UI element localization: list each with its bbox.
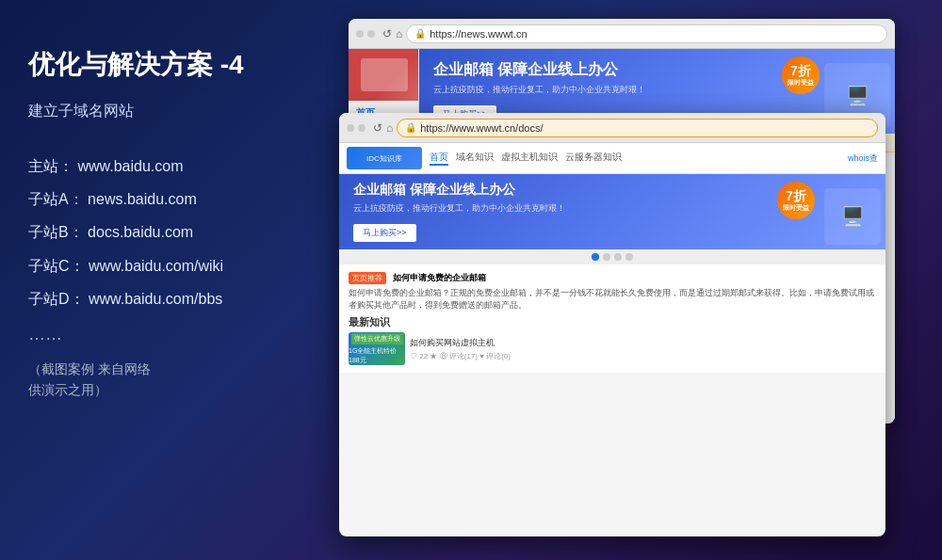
circle-2 (367, 30, 375, 38)
latest-stats: ♡ 22 ★ ⑧ 评论(17) ♥ 评论(0) (410, 351, 511, 361)
latest-article-title: 如何购买网站虚拟主机 (410, 337, 511, 349)
refresh-icon-2[interactable]: ↺ (373, 121, 382, 135)
second-content: IDC知识库 首页 域名知识 虚拟主机知识 云服务器知识 whois查 企业邮箱… (339, 143, 885, 536)
nav-domain[interactable]: 域名知识 (456, 151, 494, 166)
recommend-title: 如何申请免费的企业邮箱 (393, 273, 486, 282)
banner-discount-1: 7折 限时受益 (782, 56, 820, 94)
home-icon-2[interactable]: ⌂ (386, 121, 393, 135)
second-header: IDC知识库 首页 域名知识 虚拟主机知识 云服务器知识 whois查 (339, 143, 885, 174)
ellipsis: …… (28, 325, 330, 344)
logo-placeholder (361, 58, 408, 91)
dot-1 (592, 253, 599, 261)
right-panel: ↺ ⌂ 🔒 https://news.wwwt.cn 首页 互联网+ 云计算 域… (339, 19, 923, 541)
second-banner: 企业邮箱 保障企业线上办公 云上抗疫防疫，推动行业复工，助力中小企业共克时艰！ … (339, 174, 885, 249)
home-icon[interactable]: ⌂ (396, 27, 402, 40)
note: （截图案例 来自网络 供演示之用） (28, 359, 330, 401)
latest-title: 最新知识 (349, 315, 876, 329)
bottom-info: 页页推荐 如何申请免费的企业邮箱 如何申请免费的企业邮箱？正规的免费企业邮箱，并… (339, 264, 885, 373)
circle-4 (358, 124, 365, 132)
second-main: 企业邮箱 保障企业线上办公 云上抗疫防疫，推动行业复工，助力中小企业共克时艰！ … (339, 174, 885, 536)
latest-item: 弹性云优惠升级 1G全能主机特价188元 如何购买网站虚拟主机 ♡ 22 ★ ⑧… (349, 332, 876, 365)
logo-text: IDC知识库 (366, 153, 402, 164)
second-nav: 首页 域名知识 虚拟主机知识 云服务器知识 (430, 151, 622, 166)
latest-text-area: 如何购买网站虚拟主机 ♡ 22 ★ ⑧ 评论(17) ♥ 评论(0) (410, 337, 511, 361)
whois-link[interactable]: whois查 (848, 152, 878, 165)
lock-icon-2: 🔒 (405, 122, 416, 133)
second-body: 企业邮箱 保障企业线上办公 云上抗疫防疫，推动行业复工，助力中小企业共克时艰！ … (339, 174, 885, 536)
lock-icon: 🔒 (414, 28, 426, 39)
second-illustration: 🖥️ (824, 188, 881, 245)
sub-site-d: 子站D： www.baidu.com/bbs (28, 282, 330, 315)
url-text-1: https://news.wwwt.cn (430, 28, 527, 40)
url-bar-2[interactable]: 🔒 https://www.wwwt.cn/docs/ (397, 119, 878, 137)
circle-1 (356, 30, 364, 38)
thumb-text: 1G全能主机特价188元 (349, 346, 405, 365)
dot-indicators (339, 249, 885, 264)
thumb-tag: 弹性云优惠升级 (351, 333, 403, 344)
recommend-text: 如何申请免费的企业邮箱？正规的免费企业邮箱，并不是一分钱不花就能长久免费使用，而… (349, 287, 876, 311)
nav-server[interactable]: 云服务器知识 (565, 151, 622, 166)
nav-hosting[interactable]: 虚拟主机知识 (501, 151, 558, 166)
circle-3 (347, 124, 354, 132)
page-subtitle: 建立子域名网站 (28, 102, 330, 121)
refresh-icon[interactable]: ↺ (382, 27, 392, 40)
left-panel: 优化与解决方案 -4 建立子域名网站 主站： www.baidu.com 子站A… (28, 47, 330, 401)
second-logo: IDC知识库 (347, 147, 422, 169)
sub-site-a: 子站A： news.baidu.com (28, 183, 330, 216)
second-discount: 7折 限时受益 (777, 182, 815, 219)
main-site: 主站： www.baidu.com (28, 150, 330, 183)
sub-site-c: 子站C： www.baidu.com/wiki (28, 249, 330, 282)
url-bar-1[interactable]: 🔒 https://news.wwwt.cn (406, 24, 887, 43)
browser-chrome-1: ↺ ⌂ 🔒 https://news.wwwt.cn (349, 19, 895, 49)
second-banner-btn[interactable]: 马上购买>> (353, 224, 416, 242)
url-text-2: https://www.wwwt.cn/docs/ (420, 122, 543, 134)
latest-thumb: 弹性云优惠升级 1G全能主机特价188元 (349, 332, 405, 365)
browser-chrome-2: ↺ ⌂ 🔒 https://www.wwwt.cn/docs/ (339, 113, 885, 143)
recommend-tag: 页页推荐 (349, 272, 386, 284)
nav-home[interactable]: 首页 (430, 151, 448, 166)
logo-area (349, 49, 419, 101)
dot-3 (614, 253, 622, 261)
page-title: 优化与解决方案 -4 (28, 47, 330, 83)
site-list: 主站： www.baidu.com 子站A： news.baidu.com 子站… (28, 150, 330, 315)
sub-site-b: 子站B： docs.baidu.com (28, 216, 330, 248)
dot-2 (603, 253, 610, 261)
browser-front: ↺ ⌂ 🔒 https://www.wwwt.cn/docs/ IDC知识库 首… (339, 113, 885, 536)
dot-4 (625, 253, 633, 261)
